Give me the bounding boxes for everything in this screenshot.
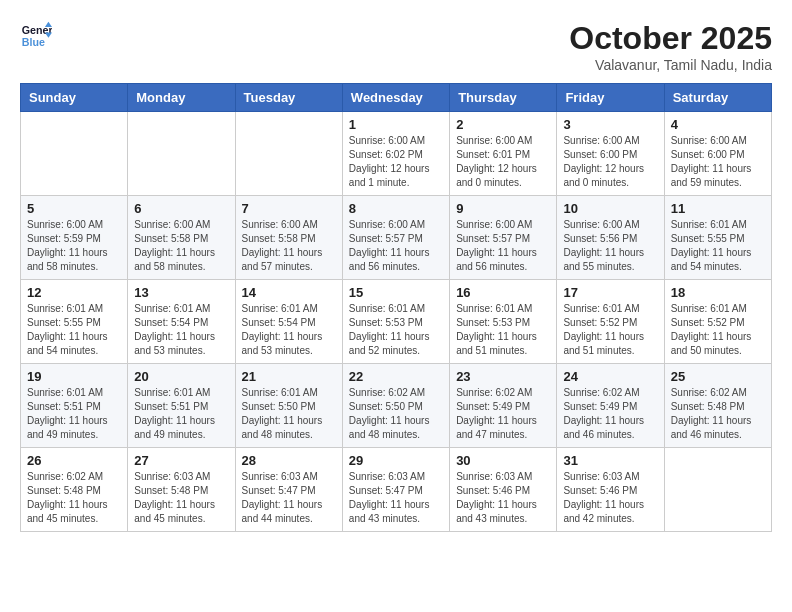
day-number: 25	[671, 369, 765, 384]
day-info: Sunrise: 6:01 AM Sunset: 5:51 PM Dayligh…	[27, 386, 121, 442]
day-number: 5	[27, 201, 121, 216]
day-number: 27	[134, 453, 228, 468]
day-info: Sunrise: 6:01 AM Sunset: 5:50 PM Dayligh…	[242, 386, 336, 442]
logo-icon: General Blue	[20, 20, 52, 52]
calendar-cell	[128, 112, 235, 196]
calendar-cell: 9Sunrise: 6:00 AM Sunset: 5:57 PM Daylig…	[450, 196, 557, 280]
day-number: 13	[134, 285, 228, 300]
location-subtitle: Valavanur, Tamil Nadu, India	[569, 57, 772, 73]
day-info: Sunrise: 6:01 AM Sunset: 5:53 PM Dayligh…	[456, 302, 550, 358]
weekday-header: Sunday	[21, 84, 128, 112]
weekday-header: Friday	[557, 84, 664, 112]
day-number: 18	[671, 285, 765, 300]
calendar-cell: 26Sunrise: 6:02 AM Sunset: 5:48 PM Dayli…	[21, 448, 128, 532]
day-info: Sunrise: 6:02 AM Sunset: 5:49 PM Dayligh…	[563, 386, 657, 442]
weekday-header: Thursday	[450, 84, 557, 112]
day-info: Sunrise: 6:01 AM Sunset: 5:55 PM Dayligh…	[671, 218, 765, 274]
calendar-cell: 10Sunrise: 6:00 AM Sunset: 5:56 PM Dayli…	[557, 196, 664, 280]
weekday-header: Saturday	[664, 84, 771, 112]
calendar-cell: 16Sunrise: 6:01 AM Sunset: 5:53 PM Dayli…	[450, 280, 557, 364]
day-number: 8	[349, 201, 443, 216]
day-info: Sunrise: 6:03 AM Sunset: 5:46 PM Dayligh…	[456, 470, 550, 526]
day-number: 10	[563, 201, 657, 216]
day-number: 24	[563, 369, 657, 384]
page-header: General Blue October 2025 Valavanur, Tam…	[20, 20, 772, 73]
calendar-cell: 2Sunrise: 6:00 AM Sunset: 6:01 PM Daylig…	[450, 112, 557, 196]
day-info: Sunrise: 6:02 AM Sunset: 5:49 PM Dayligh…	[456, 386, 550, 442]
calendar-cell: 17Sunrise: 6:01 AM Sunset: 5:52 PM Dayli…	[557, 280, 664, 364]
day-number: 20	[134, 369, 228, 384]
calendar-row: 26Sunrise: 6:02 AM Sunset: 5:48 PM Dayli…	[21, 448, 772, 532]
day-info: Sunrise: 6:00 AM Sunset: 5:56 PM Dayligh…	[563, 218, 657, 274]
calendar-cell: 4Sunrise: 6:00 AM Sunset: 6:00 PM Daylig…	[664, 112, 771, 196]
day-info: Sunrise: 6:01 AM Sunset: 5:54 PM Dayligh…	[134, 302, 228, 358]
calendar-cell: 27Sunrise: 6:03 AM Sunset: 5:48 PM Dayli…	[128, 448, 235, 532]
day-number: 26	[27, 453, 121, 468]
calendar-cell: 19Sunrise: 6:01 AM Sunset: 5:51 PM Dayli…	[21, 364, 128, 448]
weekday-header: Monday	[128, 84, 235, 112]
svg-text:Blue: Blue	[22, 36, 45, 48]
calendar-cell: 20Sunrise: 6:01 AM Sunset: 5:51 PM Dayli…	[128, 364, 235, 448]
calendar-cell: 21Sunrise: 6:01 AM Sunset: 5:50 PM Dayli…	[235, 364, 342, 448]
calendar-cell: 24Sunrise: 6:02 AM Sunset: 5:49 PM Dayli…	[557, 364, 664, 448]
day-number: 3	[563, 117, 657, 132]
day-number: 7	[242, 201, 336, 216]
calendar-cell: 1Sunrise: 6:00 AM Sunset: 6:02 PM Daylig…	[342, 112, 449, 196]
day-number: 17	[563, 285, 657, 300]
day-number: 29	[349, 453, 443, 468]
calendar-cell	[664, 448, 771, 532]
day-info: Sunrise: 6:00 AM Sunset: 5:58 PM Dayligh…	[134, 218, 228, 274]
calendar-cell: 31Sunrise: 6:03 AM Sunset: 5:46 PM Dayli…	[557, 448, 664, 532]
calendar-cell: 7Sunrise: 6:00 AM Sunset: 5:58 PM Daylig…	[235, 196, 342, 280]
weekday-header: Wednesday	[342, 84, 449, 112]
day-number: 21	[242, 369, 336, 384]
logo: General Blue	[20, 20, 52, 52]
day-info: Sunrise: 6:00 AM Sunset: 5:59 PM Dayligh…	[27, 218, 121, 274]
day-info: Sunrise: 6:00 AM Sunset: 5:57 PM Dayligh…	[349, 218, 443, 274]
day-info: Sunrise: 6:03 AM Sunset: 5:47 PM Dayligh…	[349, 470, 443, 526]
weekday-header: Tuesday	[235, 84, 342, 112]
day-info: Sunrise: 6:02 AM Sunset: 5:50 PM Dayligh…	[349, 386, 443, 442]
day-number: 14	[242, 285, 336, 300]
day-info: Sunrise: 6:03 AM Sunset: 5:48 PM Dayligh…	[134, 470, 228, 526]
day-info: Sunrise: 6:00 AM Sunset: 5:58 PM Dayligh…	[242, 218, 336, 274]
day-number: 22	[349, 369, 443, 384]
day-number: 1	[349, 117, 443, 132]
calendar-cell: 11Sunrise: 6:01 AM Sunset: 5:55 PM Dayli…	[664, 196, 771, 280]
calendar-cell	[235, 112, 342, 196]
calendar-cell: 8Sunrise: 6:00 AM Sunset: 5:57 PM Daylig…	[342, 196, 449, 280]
calendar-row: 5Sunrise: 6:00 AM Sunset: 5:59 PM Daylig…	[21, 196, 772, 280]
calendar-cell: 5Sunrise: 6:00 AM Sunset: 5:59 PM Daylig…	[21, 196, 128, 280]
calendar-row: 12Sunrise: 6:01 AM Sunset: 5:55 PM Dayli…	[21, 280, 772, 364]
day-number: 4	[671, 117, 765, 132]
calendar-cell: 18Sunrise: 6:01 AM Sunset: 5:52 PM Dayli…	[664, 280, 771, 364]
day-info: Sunrise: 6:01 AM Sunset: 5:51 PM Dayligh…	[134, 386, 228, 442]
day-info: Sunrise: 6:01 AM Sunset: 5:54 PM Dayligh…	[242, 302, 336, 358]
calendar-cell: 12Sunrise: 6:01 AM Sunset: 5:55 PM Dayli…	[21, 280, 128, 364]
day-number: 2	[456, 117, 550, 132]
day-number: 12	[27, 285, 121, 300]
day-info: Sunrise: 6:01 AM Sunset: 5:52 PM Dayligh…	[671, 302, 765, 358]
day-info: Sunrise: 6:00 AM Sunset: 6:02 PM Dayligh…	[349, 134, 443, 190]
day-info: Sunrise: 6:02 AM Sunset: 5:48 PM Dayligh…	[27, 470, 121, 526]
day-info: Sunrise: 6:00 AM Sunset: 6:00 PM Dayligh…	[671, 134, 765, 190]
day-number: 15	[349, 285, 443, 300]
day-info: Sunrise: 6:02 AM Sunset: 5:48 PM Dayligh…	[671, 386, 765, 442]
calendar-table: SundayMondayTuesdayWednesdayThursdayFrid…	[20, 83, 772, 532]
day-info: Sunrise: 6:00 AM Sunset: 6:01 PM Dayligh…	[456, 134, 550, 190]
calendar-row: 1Sunrise: 6:00 AM Sunset: 6:02 PM Daylig…	[21, 112, 772, 196]
day-number: 30	[456, 453, 550, 468]
day-number: 19	[27, 369, 121, 384]
calendar-cell: 13Sunrise: 6:01 AM Sunset: 5:54 PM Dayli…	[128, 280, 235, 364]
day-info: Sunrise: 6:03 AM Sunset: 5:46 PM Dayligh…	[563, 470, 657, 526]
title-block: October 2025 Valavanur, Tamil Nadu, Indi…	[569, 20, 772, 73]
month-title: October 2025	[569, 20, 772, 57]
calendar-cell: 23Sunrise: 6:02 AM Sunset: 5:49 PM Dayli…	[450, 364, 557, 448]
day-info: Sunrise: 6:01 AM Sunset: 5:53 PM Dayligh…	[349, 302, 443, 358]
day-number: 6	[134, 201, 228, 216]
calendar-cell	[21, 112, 128, 196]
calendar-row: 19Sunrise: 6:01 AM Sunset: 5:51 PM Dayli…	[21, 364, 772, 448]
calendar-cell: 30Sunrise: 6:03 AM Sunset: 5:46 PM Dayli…	[450, 448, 557, 532]
day-number: 28	[242, 453, 336, 468]
calendar-cell: 14Sunrise: 6:01 AM Sunset: 5:54 PM Dayli…	[235, 280, 342, 364]
